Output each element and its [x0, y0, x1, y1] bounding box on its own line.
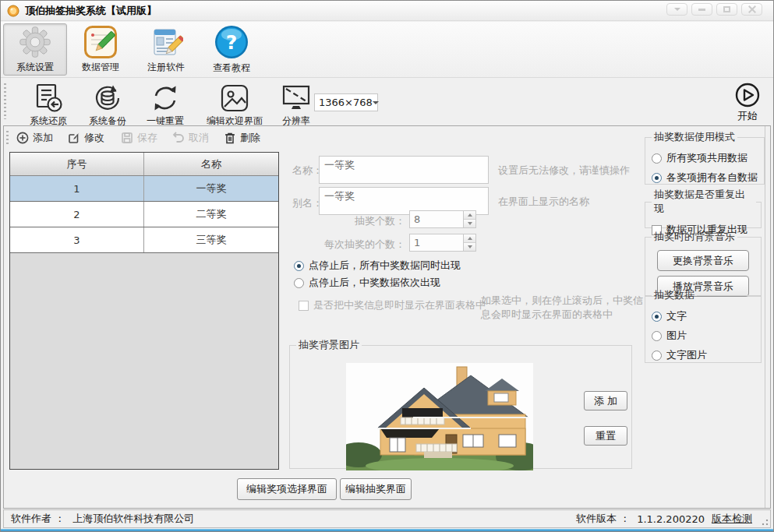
- add-button[interactable]: 添加: [16, 130, 53, 146]
- radio-icon: [652, 312, 662, 322]
- background-music-group: 抽奖时的背景音乐 更换背景音乐 播放背景音乐: [645, 230, 762, 297]
- reset-image-button[interactable]: 重置: [584, 426, 627, 446]
- statusbar-author: 软件作者 ： 上海顶伯软件科技有限公司: [11, 512, 194, 526]
- radio-label: 文字: [666, 309, 687, 323]
- trash-icon: [224, 132, 236, 144]
- draw-count-label: 抽奖个数：: [320, 214, 405, 228]
- table-row[interactable]: 3 三等奖: [10, 227, 278, 253]
- checkbox-show-in-table: 是否把中奖信息即时显示在界面表格中: [299, 298, 486, 312]
- checkbox-icon: [299, 301, 309, 311]
- stepper-down-icon[interactable]: [464, 220, 475, 227]
- monitor-resolution-icon: [281, 83, 312, 114]
- play-icon: [734, 82, 761, 108]
- edit-prize-select-screen-button[interactable]: 编辑奖项选择界面: [237, 478, 337, 500]
- button-label: 添 加: [594, 394, 617, 408]
- table-row[interactable]: 1 一等奖: [10, 176, 278, 202]
- version-value: 1.1.2.200220: [637, 513, 705, 525]
- resolution-button[interactable]: 分辨率: [274, 83, 319, 128]
- radio-icon: [294, 261, 304, 271]
- radio-label: 文字图片: [666, 348, 707, 362]
- toolbar-label: 注册软件: [147, 61, 185, 74]
- maximize-button[interactable]: [716, 3, 737, 16]
- minimize-button[interactable]: [691, 3, 712, 16]
- add-circle-icon: [16, 132, 29, 144]
- close-icon: [748, 5, 756, 13]
- window-title: 顶伯抽签抽奖系统【试用版】: [25, 4, 157, 18]
- radio-sequential[interactable]: 点停止后，中奖数据依次出现: [294, 276, 440, 290]
- resize-grip-icon[interactable]: [759, 516, 769, 526]
- toolbar-gripper: [4, 83, 6, 119]
- stepper-buttons[interactable]: [463, 211, 475, 227]
- per-draw-stepper[interactable]: 1: [409, 234, 476, 252]
- start-button[interactable]: 开始: [726, 82, 769, 123]
- system-restore-button[interactable]: 系统还原: [18, 83, 79, 128]
- prize-table: 序号 名称 1 一等奖 2 二等奖 3 三等奖: [9, 152, 279, 470]
- edit-pencil-icon: [68, 132, 80, 144]
- cell-name: 一等奖: [144, 176, 278, 201]
- radio-label: 点停止后，中奖数据依次出现: [309, 276, 440, 290]
- undo-arrow-icon: [172, 132, 185, 144]
- radio-label: 所有奖项共用数据: [666, 151, 747, 165]
- picture-icon: [219, 83, 250, 114]
- edit-toolbar-gripper: [6, 131, 9, 145]
- table-row[interactable]: 2 二等奖: [10, 202, 278, 227]
- per-draw-label: 每次抽奖的个数：: [296, 238, 405, 252]
- resolution-select[interactable]: 1366×768: [314, 93, 378, 111]
- add-image-button[interactable]: 添 加: [584, 391, 627, 410]
- stepper-up-icon[interactable]: [464, 211, 475, 220]
- stepper-down-icon[interactable]: [464, 243, 475, 251]
- question-glyph: ?: [226, 31, 238, 54]
- button-label: 删除: [240, 131, 260, 145]
- author-label: 软件作者 ：: [11, 512, 65, 526]
- close-button[interactable]: [741, 3, 762, 16]
- modify-button[interactable]: 修改: [68, 130, 104, 146]
- window-bottom-edge: [1, 529, 773, 531]
- radio-image[interactable]: 图片: [652, 329, 755, 343]
- group-title: 抽奖数据: [652, 288, 697, 302]
- save-floppy-icon: [121, 132, 133, 144]
- draw-count-stepper[interactable]: 8: [409, 210, 476, 228]
- cell-name: 二等奖: [144, 202, 278, 227]
- toolbar-label: 数据管理: [82, 61, 119, 74]
- repeat-data-group: 抽奖数据是否重复出现 数据可以重复出现: [645, 188, 762, 228]
- toolbar-button-data-manage[interactable]: 数据管理: [69, 23, 133, 76]
- system-backup-button[interactable]: 系统备份: [82, 83, 133, 128]
- chevron-down-icon: [373, 101, 379, 104]
- group-title: 抽奖数据是否重复出现: [652, 188, 756, 216]
- radio-text[interactable]: 文字: [652, 309, 755, 323]
- version-check-link[interactable]: 版本检测: [712, 512, 752, 526]
- edit-draw-screen-button[interactable]: 编辑抽奖界面: [340, 478, 412, 500]
- statusbar: 软件作者 ： 上海顶伯软件科技有限公司 软件版本 ： 1.1.2.200220 …: [3, 509, 771, 528]
- button-label: 编辑奖项选择界面: [246, 482, 327, 496]
- toolbar-button-register[interactable]: 注册软件: [134, 23, 198, 76]
- toolbar-button-system-settings[interactable]: 系统设置: [3, 23, 67, 76]
- button-label: 修改: [84, 131, 104, 145]
- radio-icon: [652, 153, 662, 164]
- toolbar-label: 系统设置: [16, 61, 54, 74]
- delete-button[interactable]: 删除: [224, 130, 260, 146]
- skin-menu-button[interactable]: [666, 3, 687, 16]
- toolbar-button-tutorial[interactable]: ? 查看教程: [200, 23, 263, 76]
- maximize-icon: [723, 6, 730, 12]
- header-cell-name: 名称: [144, 153, 278, 175]
- radio-icon: [294, 278, 304, 288]
- stepper-up-icon[interactable]: [464, 234, 475, 243]
- edit-welcome-screen-button[interactable]: 编辑欢迎界面: [197, 83, 272, 128]
- data-mode-group: 抽奖数据使用模式 所有奖项共用数据 各奖项拥有各自数据: [645, 130, 765, 185]
- restore-icon: [33, 83, 64, 114]
- change-music-button[interactable]: 更换背景音乐: [657, 250, 749, 271]
- radio-all-at-once[interactable]: 点停止后，所有中奖数据同时出现: [294, 259, 461, 273]
- radio-separate-data[interactable]: 各奖项拥有各自数据: [652, 171, 758, 185]
- cell-no: 2: [10, 202, 144, 227]
- radio-shared-data[interactable]: 所有奖项共用数据: [652, 151, 758, 165]
- button-label: 编辑抽奖界面: [345, 482, 406, 496]
- one-key-reset-button[interactable]: 一键重置: [140, 83, 191, 128]
- caret-down-icon: [674, 8, 680, 11]
- radio-icon: [652, 351, 662, 361]
- cancel-button: 取消: [172, 130, 209, 146]
- bg-image-group: 抽奖背景图片: [289, 338, 632, 469]
- app-window: 顶伯抽签抽奖系统【试用版】 系统设置: [0, 0, 774, 532]
- cell-name: 三等奖: [144, 227, 278, 252]
- radio-text-image[interactable]: 文字图片: [652, 348, 755, 362]
- stepper-buttons[interactable]: [463, 234, 475, 251]
